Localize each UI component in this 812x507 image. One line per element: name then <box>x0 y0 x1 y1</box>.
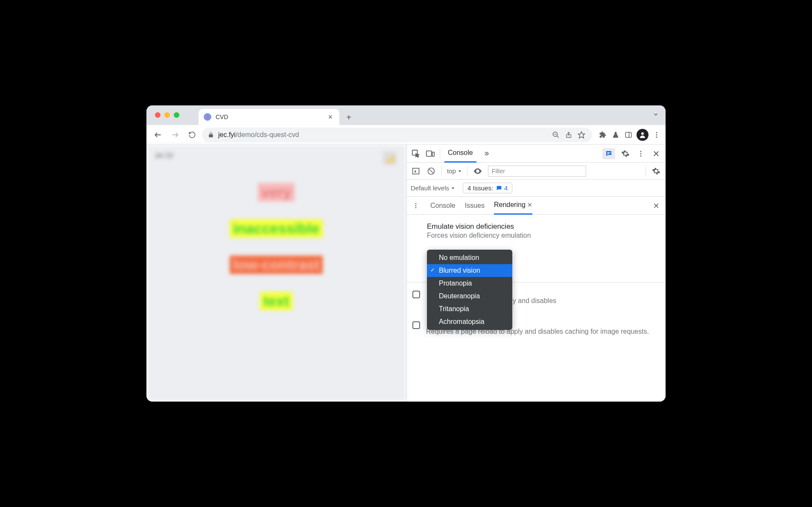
drawer-close-icon[interactable] <box>651 201 661 211</box>
section-title: Emulate vision deficiencies <box>427 222 655 231</box>
section-desc: Forces vision deficiency emulation <box>427 232 655 239</box>
svg-rect-7 <box>625 132 631 137</box>
content-area: jec.fyi 🌙 very inaccessible low-contrast… <box>146 145 666 402</box>
demo-word-2: inaccessible <box>230 219 323 238</box>
browser-tab[interactable]: CVD × <box>199 109 339 125</box>
tab-console[interactable]: Console <box>444 145 476 163</box>
drawer-tab-rendering[interactable]: Rendering ✕ <box>494 197 532 215</box>
devtools-top-bar: Console <box>406 145 666 163</box>
log-levels-dropdown[interactable]: Default levels <box>411 184 455 192</box>
url-text: jec.fyi/demo/cds-quest-cvd <box>218 131 547 139</box>
messages-icon[interactable] <box>602 148 615 159</box>
dropdown-option-deuteranopia[interactable]: Deuteranopia <box>427 290 512 303</box>
forward-button[interactable] <box>168 128 182 142</box>
svg-point-20 <box>640 155 642 156</box>
urlbar-actions <box>551 130 586 140</box>
demo-word-3: low-contrast <box>230 256 323 274</box>
back-button[interactable] <box>151 128 165 142</box>
tab-bar: CVD × + <box>146 105 666 125</box>
zoom-out-icon[interactable] <box>551 130 561 140</box>
dropdown-option-achromatopsia[interactable]: Achromatopsia <box>427 315 512 328</box>
vision-deficiency-dropdown[interactable]: No emulation Blurred vision Protanopia D… <box>427 250 512 330</box>
drawer-kebab-icon[interactable] <box>411 201 421 211</box>
svg-point-29 <box>415 205 417 206</box>
profile-avatar[interactable] <box>637 129 648 141</box>
page-content: very inaccessible low-contrast text <box>156 183 397 310</box>
more-tabs-chevron-icon[interactable] <box>481 149 491 159</box>
live-expression-eye-icon[interactable] <box>473 166 483 176</box>
device-toolbar-icon[interactable] <box>425 149 435 159</box>
traffic-lights <box>155 112 179 118</box>
lock-icon <box>208 132 214 138</box>
tab-title: CVD <box>216 114 322 120</box>
page-viewport: jec.fyi 🌙 very inaccessible low-contrast… <box>146 145 406 402</box>
tab-list-chevron-icon[interactable] <box>653 111 659 117</box>
close-tab-icon[interactable]: × <box>326 113 334 122</box>
checkbox-1[interactable] <box>412 291 420 298</box>
svg-rect-16 <box>607 152 610 153</box>
execution-context-dropdown[interactable]: top <box>447 167 462 175</box>
console-filter-input[interactable]: Filter <box>488 166 586 177</box>
svg-marker-27 <box>452 187 455 189</box>
svg-marker-26 <box>459 170 461 172</box>
devtools-close-icon[interactable] <box>651 149 661 159</box>
favicon-icon <box>204 113 211 121</box>
browser-window: CVD × + jec.fyi/demo/cds-quest-cvd <box>146 105 666 402</box>
extensions-icon[interactable] <box>598 130 608 140</box>
svg-rect-15 <box>432 152 435 156</box>
labs-flask-icon[interactable] <box>611 130 620 140</box>
dropdown-option-no-emulation[interactable]: No emulation <box>427 251 512 264</box>
svg-point-30 <box>415 207 417 208</box>
devtools-kebab-icon[interactable] <box>636 149 646 159</box>
devtools-panel: Console <box>406 145 666 402</box>
dark-mode-toggle[interactable]: 🌙 <box>383 152 397 165</box>
side-panel-icon[interactable] <box>624 130 633 140</box>
demo-word-4: text <box>260 292 292 310</box>
window-maximize-button[interactable] <box>174 112 179 118</box>
dropdown-option-protanopia[interactable]: Protanopia <box>427 277 512 290</box>
clear-console-icon[interactable] <box>426 166 436 176</box>
checkbox-2[interactable] <box>412 321 420 329</box>
rendering-panel: Emulate vision deficiencies Forces visio… <box>406 215 666 343</box>
demo-word-1: very <box>258 183 295 201</box>
svg-point-18 <box>640 151 642 152</box>
svg-rect-14 <box>426 151 432 156</box>
toolbar-icons <box>598 129 661 141</box>
console-settings-gear-icon[interactable] <box>651 166 661 176</box>
console-levels-bar: Default levels 4 Issues: 4 <box>406 180 666 197</box>
kebab-menu-icon[interactable] <box>652 130 661 140</box>
svg-point-11 <box>656 134 657 135</box>
window-close-button[interactable] <box>155 112 161 118</box>
svg-point-28 <box>415 203 417 204</box>
svg-point-10 <box>656 132 657 133</box>
drawer-tabs: Console Issues Rendering ✕ <box>406 197 666 215</box>
issues-button[interactable]: 4 Issues: 4 <box>463 183 512 193</box>
bookmark-star-icon[interactable] <box>577 130 586 140</box>
new-tab-button[interactable]: + <box>343 111 355 123</box>
svg-line-4 <box>557 136 559 138</box>
drawer-tab-issues[interactable]: Issues <box>465 197 485 215</box>
console-sidebar-toggle-icon[interactable] <box>411 166 421 176</box>
svg-rect-17 <box>607 153 609 154</box>
svg-marker-6 <box>578 131 585 138</box>
svg-line-25 <box>429 169 433 173</box>
svg-point-9 <box>641 132 644 135</box>
share-icon[interactable] <box>564 130 573 140</box>
page-brand: jec.fyi <box>156 152 397 159</box>
window-minimize-button[interactable] <box>164 112 170 118</box>
address-bar[interactable]: jec.fyi/demo/cds-quest-cvd <box>202 128 592 142</box>
close-rendering-tab-icon[interactable]: ✕ <box>527 201 532 208</box>
reload-button[interactable] <box>185 128 199 142</box>
settings-gear-icon[interactable] <box>620 149 631 159</box>
svg-point-19 <box>640 153 642 154</box>
drawer-tab-console[interactable]: Console <box>430 197 456 215</box>
dropdown-option-blurred-vision[interactable]: Blurred vision <box>427 264 512 277</box>
svg-point-12 <box>656 136 657 137</box>
toolbar: jec.fyi/demo/cds-quest-cvd <box>146 125 666 145</box>
dropdown-option-tritanopia[interactable]: Tritanopia <box>427 303 512 315</box>
console-toolbar: top Filter <box>406 163 666 180</box>
inspect-element-icon[interactable] <box>411 149 421 159</box>
